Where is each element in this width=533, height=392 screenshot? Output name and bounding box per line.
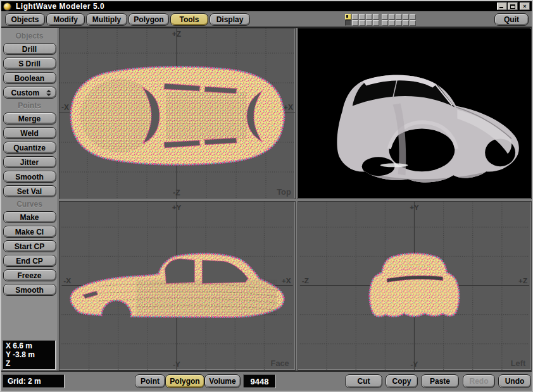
quantize-button[interactable]: Quantize [3, 142, 56, 154]
redo-button[interactable]: Redo [463, 374, 495, 388]
boolean-button[interactable]: Boolean [3, 72, 56, 84]
layer-7-bg[interactable] [389, 20, 395, 26]
tab-objects[interactable]: Objects [5, 13, 45, 26]
viewport-name-left: Left [511, 358, 526, 368]
section-label-objects: Objects [1, 32, 58, 40]
viewport-top-canvas: +Z -Z -X +X Top [60, 28, 295, 199]
viewport-preview[interactable] [298, 28, 532, 199]
maximize-icon [510, 4, 515, 9]
status-bar: Grid: 2 m Point Polygon Volume 9448 Cut … [1, 371, 532, 391]
viewport-top[interactable]: +Z -Z -X +X Top [59, 28, 296, 199]
layer-2-fg[interactable] [352, 14, 358, 20]
close-button[interactable]: × [520, 3, 530, 10]
viewport-left[interactable]: +Y -Y -Z +Z Left [298, 201, 532, 371]
undo-button[interactable]: Undo [498, 374, 531, 388]
make-cl-button[interactable]: Make Cl [3, 226, 56, 238]
axis-label-bottom: -Y [411, 360, 418, 368]
layer-7-fg[interactable] [389, 14, 395, 20]
layer-3-fg[interactable] [359, 14, 365, 20]
tab-multiply[interactable]: Multiply [86, 13, 127, 26]
coordinate-y: Y -3.8 m [6, 350, 53, 359]
paste-button[interactable]: Paste [421, 374, 459, 388]
axis-label-right: +X [282, 276, 291, 285]
axis-label-top: +Y [410, 203, 419, 211]
start-cp-button[interactable]: Start CP [3, 240, 56, 252]
axis-label-top: +Z [172, 30, 181, 39]
viewport-left-canvas: +Y -Y -Z +Z Left [298, 202, 531, 370]
minimize-icon [499, 7, 503, 8]
viewport-name-top: Top [277, 187, 291, 197]
coordinate-z: Z [6, 359, 53, 368]
layer-5-fg[interactable] [373, 14, 379, 20]
mode-volume-button[interactable]: Volume [204, 374, 241, 388]
layer-8-bg[interactable] [396, 20, 402, 26]
layer-10-fg[interactable] [410, 14, 416, 20]
window-title: LightWave Modeler 5.0 [16, 2, 104, 11]
smooth-points-button[interactable]: Smooth [3, 171, 56, 183]
weld-button[interactable]: Weld [3, 127, 56, 139]
quit-button[interactable]: Quit [494, 13, 529, 26]
drill-button[interactable]: Drill [3, 43, 56, 55]
layer-1-bg[interactable] [345, 20, 351, 26]
lightwave-logo-icon [4, 3, 11, 10]
tab-modify[interactable]: Modify [46, 13, 85, 26]
axis-label-left: -X [61, 103, 69, 112]
minimize-button[interactable] [497, 3, 507, 10]
layer-8-fg[interactable] [396, 14, 402, 20]
layer-bank [345, 14, 417, 27]
tab-polygon[interactable]: Polygon [129, 13, 169, 26]
car-rear-wireframe [370, 254, 460, 316]
section-label-curves: Curves [1, 200, 58, 209]
layer-5-bg[interactable] [373, 20, 379, 26]
layer-4-bg[interactable] [366, 20, 372, 26]
axis-label-left: -Z [302, 276, 309, 285]
viewport-face-canvas: +Y -Y -X +X Face [60, 202, 295, 370]
custom-dropdown-label: Custom [11, 89, 40, 97]
layer-4-fg[interactable] [366, 14, 372, 20]
viewport-grid: +Z -Z -X +X Top [59, 28, 532, 371]
layer-6-bg[interactable] [382, 20, 388, 26]
layer-9-fg[interactable] [403, 14, 409, 20]
make-button[interactable]: Make [3, 211, 56, 223]
mode-polygon-button[interactable]: Polygon [165, 374, 204, 388]
custom-dropdown[interactable]: Custom [3, 87, 56, 99]
freeze-button[interactable]: Freeze [3, 269, 56, 281]
tab-tools[interactable]: Tools [170, 13, 208, 26]
close-icon: × [523, 4, 526, 9]
grid-size-readout: Grid: 2 m [3, 374, 65, 388]
menu-bar: Objects Modify Multiply Polygon Tools Di… [1, 11, 532, 28]
viewport-face[interactable]: +Y -Y -X +X Face [59, 201, 296, 371]
viewport-name-face: Face [271, 358, 289, 368]
layer-1-fg[interactable] [345, 14, 351, 20]
axis-label-top: +Y [172, 203, 182, 211]
axis-label-bottom: -Z [173, 188, 180, 197]
section-label-points: Points [1, 101, 58, 110]
mode-point-button[interactable]: Point [135, 374, 165, 388]
axis-label-right: +X [284, 103, 293, 112]
car-top-wireframe [71, 67, 284, 165]
layer-10-bg[interactable] [410, 20, 416, 26]
axis-label-right: +Z [518, 276, 527, 285]
coordinate-readout: X 6.6 m Y -3.8 m Z [3, 340, 56, 370]
end-cp-button[interactable]: End CP [3, 255, 56, 267]
layer-3-bg[interactable] [359, 20, 365, 26]
copy-button[interactable]: Copy [386, 374, 418, 388]
maximize-button[interactable] [508, 3, 518, 10]
layer-6-fg[interactable] [382, 14, 388, 20]
popup-arrows-icon [46, 90, 51, 96]
tab-display[interactable]: Display [210, 13, 250, 26]
set-val-button[interactable]: Set Val [3, 185, 56, 197]
tool-sidebar: Objects Drill S Drill Boolean Custom Poi… [1, 28, 58, 371]
application-window: LightWave Modeler 5.0 × Objects Modify M… [0, 0, 533, 392]
coordinate-x: X 6.6 m [6, 341, 53, 350]
layer-2-bg[interactable] [352, 20, 358, 26]
smooth-curves-button[interactable]: Smooth [3, 284, 56, 296]
axis-label-bottom: -Y [173, 360, 180, 368]
cut-button[interactable]: Cut [345, 374, 382, 388]
s-drill-button[interactable]: S Drill [3, 58, 56, 70]
title-bar: LightWave Modeler 5.0 × [1, 1, 532, 11]
car-side-wireframe [71, 254, 284, 317]
layer-9-bg[interactable] [403, 20, 409, 26]
merge-button[interactable]: Merge [3, 113, 56, 125]
jitter-button[interactable]: Jitter [3, 156, 56, 168]
